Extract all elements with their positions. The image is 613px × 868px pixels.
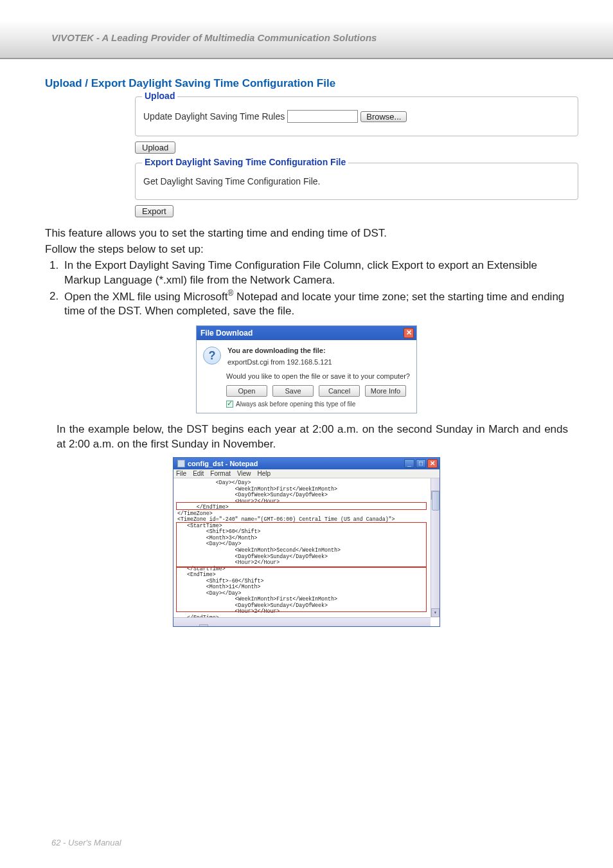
- maximize-icon[interactable]: □: [416, 459, 426, 468]
- upload-legend: Upload: [142, 91, 177, 101]
- notepad-text-area[interactable]: <Day></Day> <WeekInMonth>First</WeekInMo…: [173, 478, 440, 626]
- menu-view[interactable]: View: [237, 470, 251, 477]
- intro-text-1: This feature allows you to set the start…: [45, 226, 568, 241]
- export-button[interactable]: Export: [135, 205, 173, 217]
- footer-text: 62 - User's Manual: [51, 838, 121, 847]
- dialog-body: ? You are downloading the file: exportDs…: [197, 340, 416, 413]
- dialog-checkbox-row: Always ask before opening this type of f…: [226, 401, 410, 408]
- dialog-titlebar: File Download ✕: [197, 326, 416, 340]
- dialog-checkbox[interactable]: [226, 401, 233, 408]
- ui-screenshot-block: Upload Update Daylight Saving Time Rules…: [135, 96, 578, 217]
- file-download-dialog: File Download ✕ ? You are downloading th…: [196, 325, 417, 413]
- dialog-moreinfo-button[interactable]: More Info: [365, 385, 406, 397]
- dialog-save-button[interactable]: Save: [272, 385, 314, 397]
- vertical-scrollbar[interactable]: ▴ ▾: [431, 478, 440, 617]
- upload-label: Update Daylight Saving Time Rules: [143, 111, 285, 122]
- export-label: Get Daylight Saving Time Configuration F…: [143, 176, 320, 186]
- upload-file-input[interactable]: [287, 110, 358, 123]
- dialog-line1: You are downloading the file:: [227, 347, 332, 354]
- scroll-down-icon[interactable]: ▾: [431, 608, 440, 617]
- scroll-thumb[interactable]: [432, 491, 440, 511]
- close-icon[interactable]: ✕: [427, 459, 438, 468]
- notepad-window: config_dst - Notepad _ □ ✕ File Edit For…: [173, 457, 440, 627]
- step-1: In the Export Daylight Saving Time Confi…: [62, 258, 568, 288]
- notepad-titlebar: config_dst - Notepad _ □ ✕: [173, 458, 440, 469]
- notepad-title: config_dst - Notepad: [188, 460, 258, 467]
- notepad-icon: [177, 460, 185, 467]
- step-2: Open the XML file using Microsoft® Notep…: [62, 288, 568, 320]
- upload-fieldset: Upload Update Daylight Saving Time Rules…: [135, 96, 578, 136]
- menu-format[interactable]: Format: [210, 470, 231, 477]
- example-text: In the example below, the DST begins eac…: [45, 422, 568, 452]
- export-legend: Export Daylight Saving Time Configuratio…: [142, 157, 348, 167]
- dialog-question: Would you like to open the file or save …: [226, 372, 410, 380]
- section-title: Upload / Export Daylight Saving Time Con…: [45, 77, 568, 90]
- page-content: Upload / Export Daylight Saving Time Con…: [0, 59, 613, 627]
- export-row: Get Daylight Saving Time Configuration F…: [143, 172, 570, 190]
- upload-button[interactable]: Upload: [135, 141, 175, 154]
- dialog-open-button[interactable]: Open: [226, 385, 267, 397]
- brand-text: VIVOTEK - A Leading Provider of Multimed…: [51, 32, 377, 43]
- dialog-cancel-button[interactable]: Cancel: [319, 385, 360, 397]
- minimize-icon[interactable]: _: [404, 459, 414, 468]
- browse-button[interactable]: Browse...: [360, 111, 407, 122]
- scroll-left-icon[interactable]: ◂: [199, 624, 208, 626]
- page-footer: 62 - User's Manual: [0, 838, 613, 847]
- menu-help[interactable]: Help: [258, 470, 271, 477]
- upload-row: Update Daylight Saving Time Rules Browse…: [143, 106, 570, 127]
- steps-list: In the Export Daylight Saving Time Confi…: [45, 258, 568, 319]
- dialog-close-icon[interactable]: ✕: [404, 328, 414, 338]
- dialog-line2: exportDst.cgi from 192.168.5.121: [227, 358, 332, 366]
- dialog-buttons: Open Save Cancel More Info: [226, 385, 410, 397]
- horizontal-scrollbar[interactable]: ◂ ▸: [173, 617, 431, 626]
- page-header: VIVOTEK - A Leading Provider of Multimed…: [0, 0, 613, 59]
- dialog-checkbox-label: Always ask before opening this type of f…: [236, 401, 355, 408]
- intro-text-2: Follow the steps below to set up:: [45, 242, 568, 257]
- notepad-menu: File Edit Format View Help: [173, 469, 440, 478]
- menu-file[interactable]: File: [176, 470, 186, 477]
- question-icon: ?: [203, 347, 221, 365]
- menu-edit[interactable]: Edit: [193, 470, 204, 477]
- dialog-title: File Download: [200, 329, 253, 338]
- export-fieldset: Export Daylight Saving Time Configuratio…: [135, 163, 578, 200]
